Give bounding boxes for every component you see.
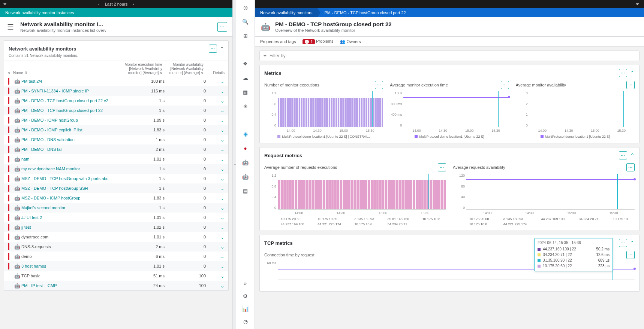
table-row[interactable]: 🤖PM - DEMO - ICMP hostGroup1.09 s0⌄ <box>4 115 228 125</box>
table-row[interactable]: 🤖demo6 ms0⌄ <box>4 252 228 261</box>
time-next-icon[interactable]: › <box>133 2 134 6</box>
breadcrumb-root[interactable]: Network availability monitors <box>255 8 318 17</box>
monitor-name[interactable]: PM - DEMO - ICMP hostGroup <box>21 118 123 122</box>
nav-chart-icon[interactable]: 📊 <box>242 306 249 312</box>
chart-more-button[interactable]: ··· <box>626 81 635 89</box>
expand-row-icon[interactable]: ⌄ <box>206 283 225 289</box>
table-row[interactable]: 🤖PM test 2/4180 ms0⌄ <box>4 76 228 86</box>
expand-row-icon[interactable]: ⌄ <box>206 254 225 259</box>
chart-more-button[interactable]: ··· <box>626 163 635 171</box>
monitor-name[interactable]: my new dynatrace NAM monitor <box>21 167 123 171</box>
table-row[interactable]: 🤖JJ UI test 21.01 s0⌄ <box>4 213 228 222</box>
table-row[interactable]: 🤖PM - DEMO - ICMP explicit IP list1.83 s… <box>4 125 228 135</box>
table-row[interactable]: 🤖PM - DEMO - DNS validation1 ms0⌄ <box>4 135 228 144</box>
expand-row-icon[interactable]: ⌄ <box>206 225 225 230</box>
nav-grid-icon[interactable]: ▤ <box>243 188 248 194</box>
nav-cube-icon[interactable]: ❖ <box>243 61 248 67</box>
tab-owners[interactable]: 👥 Owners <box>340 39 361 44</box>
funnel-icon[interactable]: ⏷ <box>635 2 640 6</box>
nav-alert-icon[interactable]: ● <box>244 145 247 151</box>
pane-divider[interactable]: ⋮ <box>232 0 236 329</box>
chart-more-button[interactable]: ··· <box>501 81 509 89</box>
expand-row-icon[interactable]: ⌄ <box>206 137 225 143</box>
nav-settings-icon[interactable]: ⚙ <box>243 293 248 299</box>
breadcrumb-current[interactable]: PM - DEMO - TCP hostGroup closed port 22 <box>318 8 411 17</box>
expand-row-icon[interactable]: ⌄ <box>206 88 225 94</box>
expand-row-icon[interactable]: ⌄ <box>206 156 225 162</box>
expand-row-icon[interactable]: ⌄ <box>206 166 225 172</box>
col-exec[interactable]: Monitor execution time [Network Availabi… <box>124 63 162 75</box>
expand-row-icon[interactable]: ⌄ <box>206 205 225 211</box>
sort-icon[interactable]: ⇅ <box>201 71 204 75</box>
panel-collapse-icon[interactable]: ⌃ <box>630 152 635 158</box>
nav-compass-icon[interactable]: ◎ <box>243 4 248 10</box>
funnel-icon[interactable]: ⏷ <box>3 2 7 6</box>
monitor-name[interactable]: jj test <box>21 225 123 229</box>
monitor-name[interactable]: PM - DEMO - DNS validation <box>21 137 123 142</box>
monitor-name[interactable]: MSZ - DEMO - ICMP hostGroup <box>21 196 123 200</box>
table-row[interactable]: 🤖dynatrace.com1.01 s0⌄ <box>4 232 228 242</box>
expand-row-icon[interactable]: ⌄ <box>206 215 225 220</box>
sort-icon[interactable]: ⇅ <box>8 71 10 75</box>
table-row[interactable]: 🤖PM - IP test - ICMP24 ms100⌄ <box>4 281 228 290</box>
nav-db-icon[interactable]: ▦ <box>243 89 248 95</box>
nav-search-icon[interactable]: 🔍 <box>242 19 249 25</box>
tab-properties[interactable]: Properties and tags <box>260 39 296 44</box>
expand-row-icon[interactable]: ⌄ <box>206 234 225 240</box>
monitor-name[interactable]: PM - DEMO - ICMP explicit IP list <box>21 128 123 132</box>
expand-row-icon[interactable]: ⌄ <box>206 108 225 113</box>
panel-more-button[interactable]: ··· <box>209 45 217 53</box>
table-row[interactable]: 🤖MSZ - DEMO - ICMP hostGroup1.83 s0⌄ <box>4 193 228 203</box>
expand-row-icon[interactable]: ⌄ <box>206 195 225 201</box>
monitor-name[interactable]: PM - DEMO - TCP hostGroup closed port 22 <box>21 108 123 113</box>
expand-row-icon[interactable]: ⌄ <box>206 127 225 133</box>
col-avail[interactable]: Monitor availability [Network Availabili… <box>169 63 204 75</box>
expand-row-icon[interactable]: ⌄ <box>206 186 225 191</box>
monitor-name[interactable]: JJ UI test 2 <box>21 215 123 220</box>
table-row[interactable]: 🤖Majkel's second monitor1 s0⌄ <box>4 203 228 213</box>
col-name[interactable]: Name <box>13 71 23 75</box>
monitor-name[interactable]: MSZ - DEMO - TCP hostGroup SSH <box>21 186 123 191</box>
expand-row-icon[interactable]: ⌄ <box>206 263 225 269</box>
filter-bar[interactable]: ⏷ Filter by <box>259 51 640 61</box>
plot-area[interactable] <box>403 91 509 127</box>
expand-row-icon[interactable]: ⌄ <box>206 79 225 84</box>
panel-more-button[interactable]: ··· <box>619 69 627 77</box>
nav-robot1-icon[interactable]: 🤖 <box>242 159 249 165</box>
tab-problems[interactable]: !1 Problems <box>303 39 333 44</box>
nav-observe-icon[interactable]: ◉ <box>243 131 248 137</box>
monitor-name[interactable]: Majkel's second monitor <box>21 205 123 210</box>
expand-row-icon[interactable]: ⌄ <box>206 244 225 250</box>
time-range-label[interactable]: Last 2 hours <box>105 2 128 6</box>
nav-security-icon[interactable]: ✳ <box>243 103 248 109</box>
nav-robot2-icon[interactable]: 🤖 <box>242 174 249 180</box>
plot-area[interactable] <box>529 91 635 127</box>
breadcrumb-item[interactable]: Network availability monitor instances <box>0 8 79 17</box>
table-row[interactable]: 🤖PM - DEMO - TCP hostGroup closed port 2… <box>4 96 228 106</box>
table-row[interactable]: 🤖PM - DEMO - TCP hostGroup closed port 2… <box>4 106 228 115</box>
panel-more-button[interactable]: ··· <box>619 239 627 247</box>
nav-user-icon[interactable]: ◔ <box>243 319 248 325</box>
expand-row-icon[interactable]: ⌄ <box>206 118 225 123</box>
more-actions-button[interactable]: ··· <box>217 22 227 32</box>
table-row[interactable]: 🤖DNS-3-requests2 ms0⌄ <box>4 242 228 252</box>
table-row[interactable]: 🤖PM - DEMO - DNS fail2 ms0⌄ <box>4 144 228 154</box>
expand-row-icon[interactable]: ⌄ <box>206 98 225 104</box>
plot-area[interactable] <box>278 174 446 210</box>
expand-row-icon[interactable]: ⌄ <box>206 147 225 152</box>
expand-row-icon[interactable]: ⌄ <box>206 273 225 279</box>
chart-more-button[interactable]: ··· <box>626 251 635 259</box>
monitor-name[interactable]: 3 host names <box>21 264 123 268</box>
monitor-name[interactable]: DNS-3-requests <box>21 244 123 249</box>
nav-apps-icon[interactable]: ⊞ <box>243 33 248 39</box>
plot-area[interactable] <box>278 91 383 127</box>
monitor-name[interactable]: MSZ - DEMO - TCP hostGroup with 3 ports … <box>21 176 123 181</box>
panel-more-button[interactable]: ··· <box>619 151 627 159</box>
table-row[interactable]: 🤖my new dynatrace NAM monitor1 s0⌄ <box>4 164 228 174</box>
monitor-name[interactable]: PM test 2/4 <box>21 79 123 83</box>
monitor-name[interactable]: PM - IP test - ICMP <box>21 283 123 288</box>
monitor-name[interactable]: PM - DEMO - TCP hostGroup closed port 22… <box>21 98 123 103</box>
nav-infra-icon[interactable]: ☁ <box>243 75 248 81</box>
time-prev-icon[interactable]: ‹ <box>98 2 100 6</box>
table-row[interactable]: 🤖TCP basic51 ms100⌄ <box>4 271 228 281</box>
